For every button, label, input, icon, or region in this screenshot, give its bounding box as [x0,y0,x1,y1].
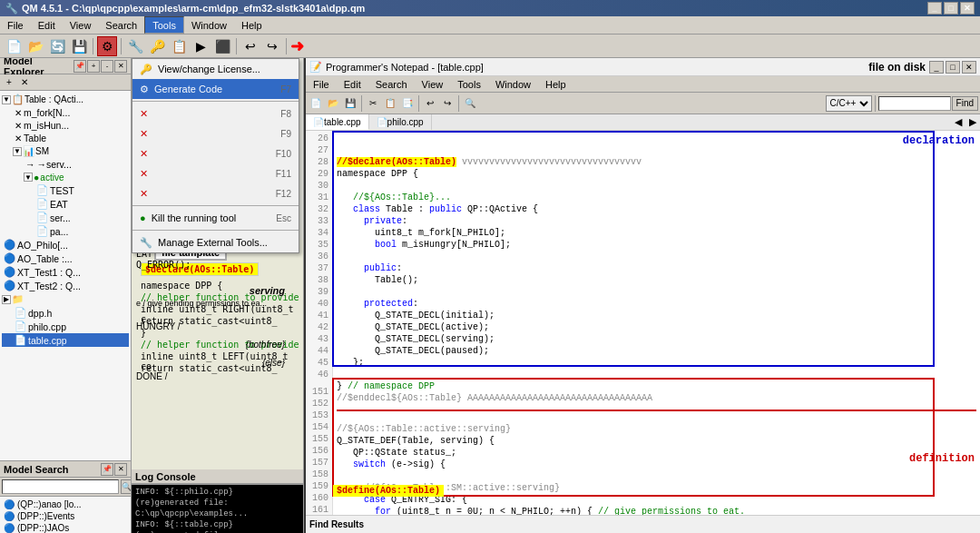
pn-find-btn[interactable]: Find [952,96,978,111]
panel-plus[interactable]: + [87,60,100,73]
dropdown-manage[interactable]: 🔧 Manage External Tools... [132,232,299,252]
pn-tab-table[interactable]: 📄 table.cpp [306,114,369,130]
pn-menu-search[interactable]: Search [368,76,415,92]
toolbar-save[interactable]: 💾 [69,36,89,56]
pn-tab-philo[interactable]: 📄 philo.cpp [369,114,432,130]
pn-menu-tools[interactable]: Tools [450,76,488,92]
tree-toggle-active[interactable]: ▼ [24,173,33,182]
tree-item-eat[interactable]: 📄 EAT [2,197,129,211]
pn-menu-window[interactable]: Window [488,76,538,92]
search-btn[interactable]: 🔍 [121,479,132,494]
tree-expand-files: ▶ 📁 [2,292,129,306]
toolbar-btn6[interactable]: ▶ [191,36,211,56]
toolbar-btn3[interactable]: 🔧 [125,36,145,56]
tree-item-table[interactable]: ✕ Table [2,132,129,144]
dropdown-license[interactable]: 🔑 View/change License... [132,59,299,79]
me-del[interactable]: ✕ [17,76,32,89]
pn-search-box[interactable] [878,96,951,111]
minimize-btn[interactable]: _ [927,2,942,15]
pn-menu-file[interactable]: File [306,76,337,92]
panel-minus[interactable]: - [101,60,113,73]
tree-toggle-root[interactable]: ▼ [2,95,11,104]
tree-item-xt1[interactable]: 🔵 XT_Test1 : Q... [2,265,129,279]
search-result-1-icon: 🔵 [4,499,15,509]
pn-tb-open[interactable]: 📂 [325,95,341,112]
search-result-1[interactable]: 🔵 (QP::)anao [lo... [2,498,129,510]
qm-toolbar: 📄 📂 🔄 💾 ⚙ 🔧 🔑 📋 ▶ ⬛ ↩ ↪ ➜ [0,35,980,58]
tree-item-ishun[interactable]: ✕ m_isHun... [2,119,129,132]
panel-pin[interactable]: 📌 [74,60,86,73]
pn-tb-paste[interactable]: 📑 [399,95,416,112]
pn-menu-view[interactable]: View [415,76,451,92]
toolbar-btn5[interactable]: 📋 [169,36,189,56]
dropdown-f8[interactable]: ✕ F8 [132,104,299,123]
menu-search[interactable]: Search [98,16,144,34]
diagram-area[interactable]: file tamplate $declare(AOs::Table) names… [132,240,303,469]
menu-edit[interactable]: Edit [31,16,63,34]
toolbar-btn4[interactable]: 🔑 [147,36,167,56]
search-panel-x[interactable]: ✕ [114,463,127,476]
tree-item-dpp-h[interactable]: 📄 dpp.h [2,306,129,320]
menu-file[interactable]: File [0,16,31,34]
menu-window[interactable]: Window [184,16,234,34]
tree-item-philo-cpp[interactable]: 📄 philo.cpp [2,320,129,333]
tree-item-ser[interactable]: 📄 ser... [2,211,129,224]
tree-item-philo[interactable]: 🔵 AO_Philo[... [2,238,129,252]
diagram-done: DONE / [136,371,167,381]
panel-x[interactable]: ✕ [114,60,127,73]
search-result-3[interactable]: 🔵 (DPP::)JAOs [2,522,129,533]
pn-file-on-disk: file on disk [868,61,926,74]
tree-toggle-sm[interactable]: ▼ [13,147,22,156]
dropdown-generate[interactable]: ⚙ Generate Code F7 [132,79,299,99]
pn-tb-new[interactable]: 📄 [308,95,324,112]
toolbar-btn7[interactable]: ⬛ [212,36,232,56]
pn-tb-save[interactable]: 💾 [342,95,358,112]
pn-tb-redo[interactable]: ↪ [439,95,456,112]
code-area[interactable]: declaration definition 2627282930 313233… [306,131,980,515]
tree-item-pa[interactable]: 📄 pa... [2,224,129,238]
toolbar-redo[interactable]: ↪ [262,36,282,56]
close-btn[interactable]: ✕ [960,2,975,15]
pn-nav-prev[interactable]: ◀ [951,114,965,130]
log-console[interactable]: INFO: ${::philo.cpp} (re)generated file:… [132,484,303,533]
menu-view[interactable]: View [63,16,99,34]
toolbar-new[interactable]: 📄 [4,36,24,56]
search-result-2[interactable]: 🔵 (DPP::)Events [2,510,129,522]
kill-icon: ● [140,212,146,223]
tree-item-serv[interactable]: → →serv... [2,158,129,171]
tree-item-xt2[interactable]: 🔵 XT_Test2 : Q... [2,279,129,292]
tree-item-fork[interactable]: ✕ m_fork[N... [2,106,129,119]
maximize-btn[interactable]: □ [944,2,958,15]
tree-area[interactable]: ▼ 📋 Table : QActi... ✕ m_fork[N... ✕ m_i… [0,91,131,460]
search-input[interactable] [2,479,119,494]
dropdown-f11[interactable]: ✕ F11 [132,163,299,183]
search-panel-pin[interactable]: 📌 [101,463,113,476]
pn-tb-search[interactable]: 🔍 [462,95,478,112]
dropdown-f9[interactable]: ✕ F9 [132,123,299,143]
pn-menu-help[interactable]: Help [538,76,573,92]
pn-tb-copy[interactable]: 📋 [382,95,398,112]
tree-label-ao-table: AO_Table :... [17,253,73,264]
pn-maximize[interactable]: □ [946,61,960,74]
tree-item-test[interactable]: 📄 TEST [2,183,129,197]
tree-toggle-files[interactable]: ▶ [2,295,11,304]
pn-language-select[interactable]: C/C++ [826,95,872,112]
toolbar-open[interactable]: 📂 [25,36,45,56]
tree-item-table-cpp[interactable]: 📄 table.cpp [2,333,129,347]
pn-minimize[interactable]: _ [929,61,944,74]
dropdown-kill[interactable]: ● Kill the running tool Esc [132,208,299,228]
me-add[interactable]: + [2,76,16,89]
dropdown-f12[interactable]: ✕ F12 [132,183,299,203]
toolbar-undo[interactable]: ↩ [240,36,260,56]
menu-tools[interactable]: Tools [144,16,184,34]
pn-menu-edit[interactable]: Edit [337,76,368,92]
pn-tb-cut[interactable]: ✂ [365,95,381,112]
pn-close[interactable]: ✕ [962,61,976,74]
menu-help[interactable]: Help [234,16,270,34]
tree-item-ao-table[interactable]: 🔵 AO_Table :... [2,252,129,265]
pn-tb-undo[interactable]: ↩ [422,95,438,112]
toolbar-refresh[interactable]: 🔄 [47,36,67,56]
toolbar-generate[interactable]: ⚙ [97,36,117,56]
pn-nav-next[interactable]: ▶ [965,114,980,130]
dropdown-f10[interactable]: ✕ F10 [132,143,299,163]
